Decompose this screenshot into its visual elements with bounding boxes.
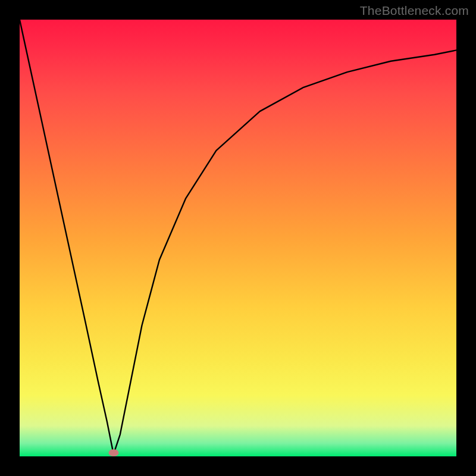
- bottleneck-curve: [20, 20, 456, 456]
- chart-frame: TheBottleneck.com: [0, 0, 476, 476]
- optimal-point-marker: [108, 449, 118, 456]
- watermark-text: TheBottleneck.com: [360, 4, 469, 18]
- plot-area: [20, 20, 456, 456]
